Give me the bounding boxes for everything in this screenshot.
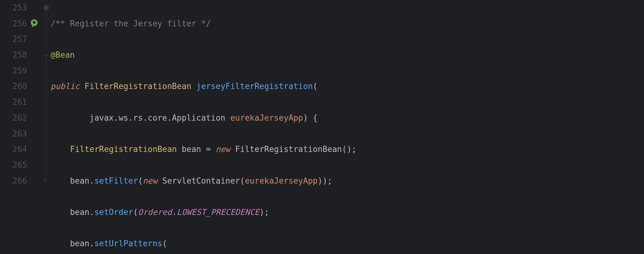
line-number: 266 [0, 173, 27, 189]
paren-open: ( [133, 207, 138, 217]
code-line[interactable]: /** Register the Jersey filter */ [51, 16, 644, 32]
call-end: (); [342, 145, 356, 154]
gutter-icon-slot [29, 31, 42, 47]
fold-guide [42, 141, 51, 157]
argument: eurekaJerseyApp [245, 176, 318, 185]
fold-column [42, 0, 51, 254]
parameter-name: eurekaJerseyApp [230, 113, 303, 123]
dot: . [89, 176, 94, 185]
code-line[interactable]: FilterRegistrationBean bean = new Filter… [51, 141, 644, 157]
gutter-icon-slot[interactable] [29, 16, 42, 32]
gutter-icon-slot [29, 110, 42, 126]
gutter-icon-column [29, 0, 42, 254]
call-end: )); [318, 176, 332, 185]
qualified-type: javax.ws.rs.core.Application [89, 113, 225, 123]
fold-guide [42, 157, 51, 173]
gutter-icon-slot [29, 126, 42, 142]
line-number: 260 [0, 78, 27, 94]
gutter-icon-slot [29, 78, 42, 94]
fold-guide [42, 94, 51, 110]
code-line[interactable]: bean.setFilter(new ServletContainer(eure… [51, 173, 644, 189]
paren-open: ( [313, 82, 318, 91]
type-name: FilterRegistrationBean [85, 82, 191, 91]
code-line[interactable]: bean.setOrder(Ordered.LOWEST_PRECEDENCE)… [51, 204, 644, 220]
fold-guide [42, 110, 51, 126]
keyword-public: public [51, 82, 80, 91]
line-number: 261 [0, 94, 27, 110]
paren-open: ( [240, 176, 245, 185]
paren-open: ( [138, 176, 143, 185]
fold-guide [42, 78, 51, 94]
keyword-new: new [143, 176, 157, 185]
method-declaration: jerseyFilterRegistration [196, 82, 313, 91]
dot: . [89, 239, 94, 248]
fold-end-icon[interactable] [42, 173, 51, 189]
fold-guide [42, 63, 51, 79]
line-number: 264 [0, 141, 27, 157]
line-number: 257 [0, 31, 27, 47]
constructor-call: FilterRegistrationBean [235, 145, 342, 154]
fold-guide [42, 31, 51, 47]
line-number: 258 [0, 47, 27, 63]
line-number: 259 [0, 63, 27, 79]
annotation: @Bean [51, 50, 75, 60]
method-call: setUrlPatterns [94, 239, 162, 248]
fold-guide [42, 126, 51, 142]
fold-guide [42, 16, 51, 32]
gutter-icon-slot [29, 157, 42, 173]
line-number: 263 [0, 126, 27, 142]
assign: = [201, 145, 216, 154]
constant-reference: LOWEST_PRECEDENCE [177, 207, 259, 217]
code-line[interactable]: javax.ws.rs.core.Application eurekaJerse… [51, 110, 644, 126]
paren-close-brace-open: ) { [303, 113, 318, 123]
line-number: 262 [0, 110, 27, 126]
method-call: setOrder [94, 207, 133, 217]
code-line[interactable]: @Bean [51, 47, 644, 63]
gutter-icon-slot [29, 141, 42, 157]
type-name: FilterRegistrationBean [70, 145, 177, 154]
fold-expand-icon[interactable] [42, 0, 51, 16]
constructor-call: ServletContainer [162, 176, 240, 185]
paren-open: ( [162, 239, 167, 248]
line-number-gutter: 253 256 257 258 259 260 261 262 263 264 … [0, 0, 29, 254]
dot: . [172, 207, 177, 217]
call-end: ); [259, 207, 269, 217]
line-number: 253 [0, 0, 27, 16]
keyword-new: new [216, 145, 230, 154]
local-variable: bean [70, 239, 90, 248]
gutter-icon-slot [29, 94, 42, 110]
class-reference: Ordered [138, 207, 172, 217]
javadoc-comment: /** Register the Jersey filter */ [51, 19, 211, 28]
fold-collapse-icon[interactable] [42, 47, 51, 63]
gutter-icon-slot [29, 63, 42, 79]
local-variable: bean [182, 145, 201, 154]
local-variable: bean [70, 176, 90, 185]
gutter-icon-slot [29, 47, 42, 63]
code-line[interactable]: public FilterRegistrationBean jerseyFilt… [51, 78, 644, 94]
spring-bean-icon[interactable] [30, 19, 39, 28]
gutter-icon-slot [29, 173, 42, 189]
line-number: 265 [0, 157, 27, 173]
local-variable: bean [70, 207, 90, 217]
code-editor[interactable]: 253 256 257 258 259 260 261 262 263 264 … [0, 0, 644, 254]
line-number: 256 [0, 16, 27, 32]
code-line[interactable]: bean.setUrlPatterns( [51, 236, 644, 252]
gutter-icon-slot [29, 0, 42, 16]
dot: . [89, 207, 94, 217]
code-text-area[interactable]: /** Register the Jersey filter */ @Bean … [51, 0, 644, 254]
method-call: setFilter [94, 176, 138, 185]
